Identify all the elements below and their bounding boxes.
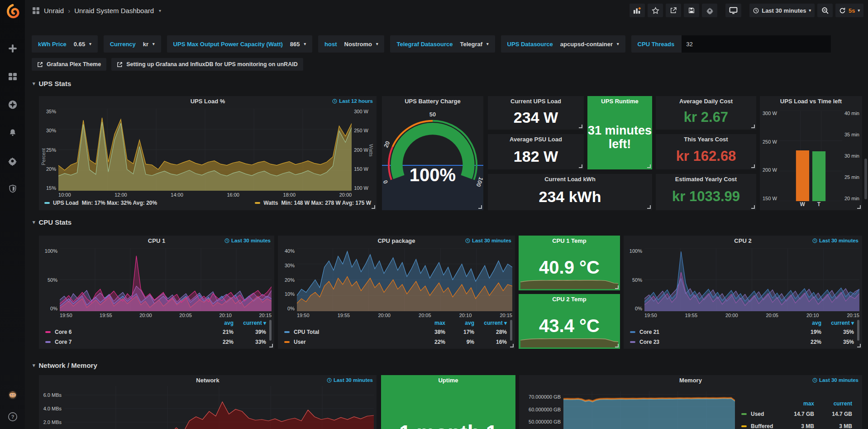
refresh-interval-label[interactable]: 5s (849, 7, 855, 14)
legend-series[interactable]: Used (741, 411, 780, 417)
legend-scrollbar[interactable] (269, 320, 272, 341)
legend-series-stats: Min: 148 W Max: 278 W Avg: 175 W (281, 200, 372, 206)
legend-series[interactable]: User (284, 339, 413, 345)
explore-compass-icon[interactable] (8, 100, 18, 110)
page-title[interactable]: Unraid System Dashboard (74, 7, 154, 14)
row-header-network-memory[interactable]: ▾ Network / Memory (33, 362, 97, 369)
share-dashboard-button[interactable] (666, 4, 681, 17)
variable-cpu-threads: CPU Threads (631, 35, 831, 53)
panel-time-override[interactable]: Last 30 minutes (327, 377, 373, 383)
time-range-picker[interactable]: Last 30 minutes ▾ (749, 4, 815, 17)
row-header-ups-stats[interactable]: ▾ UPS Stats (33, 80, 71, 87)
panel-title[interactable]: UPS Load % (39, 96, 377, 107)
legend-header-current[interactable]: current ▾ (234, 320, 266, 326)
create-plus-icon[interactable] (8, 43, 18, 53)
save-dashboard-button[interactable] (684, 4, 699, 17)
legend-series[interactable]: Core 23 (630, 339, 792, 345)
dashboard-settings-button[interactable] (702, 4, 717, 17)
panel-title[interactable]: UPS Runtime (587, 96, 652, 107)
legend-series-name: UPS Load (53, 200, 79, 206)
stat-value: 1 month 1 (381, 420, 515, 429)
variable-ups-datasource[interactable]: UPS Datasource apcupsd-container ▾ (501, 35, 625, 53)
legend-header-max[interactable]: max (413, 320, 445, 326)
external-link-icon (37, 62, 43, 67)
help-icon[interactable]: ? (8, 412, 18, 422)
server-admin-shield-icon[interactable] (8, 184, 18, 194)
cpu1-graph[interactable] (60, 248, 272, 311)
cpu-threads-input[interactable] (682, 35, 831, 53)
panel-title[interactable]: UPS Battery Charge (382, 96, 483, 107)
panel-title[interactable]: CPU 1 Temp (519, 236, 620, 246)
zoom-out-time-button[interactable] (817, 4, 833, 17)
legend-entry-watts[interactable]: Watts Min: 148 W Max: 278 W Avg: 175 W (255, 200, 371, 206)
link-grafana-plex-theme[interactable]: Grafana Plex Theme (32, 58, 106, 71)
panel-time-override[interactable]: Last 30 minutes (812, 238, 858, 243)
variable-telegraf-datasource[interactable]: Telegraf Datasource Telegraf ▾ (390, 35, 495, 53)
legend-series[interactable]: CPU Total (284, 329, 413, 335)
user-avatar[interactable] (8, 390, 18, 400)
ups-bar-chart[interactable] (779, 111, 842, 201)
panel-title[interactable]: Average PSU Load (488, 134, 584, 145)
clock-icon (224, 238, 229, 243)
variable-ups-max-output[interactable]: UPS Max Output Power Capacity (Watt) 865… (167, 35, 312, 53)
legend-series-stats: Min: 17% Max: 32% Avg: 20% (82, 200, 157, 206)
grafana-logo[interactable] (0, 0, 25, 23)
variable-kwh-price[interactable]: kWh Price 0.65 ▾ (32, 35, 98, 53)
variable-currency[interactable]: Currency kr ▾ (104, 35, 161, 53)
legend-max-value: 38% (413, 329, 445, 335)
legend-header-current[interactable]: current ▾ (821, 320, 854, 326)
cpu2-graph[interactable] (644, 248, 859, 311)
panel-title[interactable]: Current UPS Load (488, 96, 584, 107)
panel-title[interactable]: Average Daily Cost (656, 96, 756, 107)
legend-series[interactable]: Core 7 (45, 339, 205, 345)
legend-header-current[interactable]: current (814, 400, 852, 407)
cpu-package-graph[interactable] (297, 248, 512, 311)
ups-load-graph[interactable] (58, 109, 352, 191)
configuration-gear-icon[interactable] (8, 156, 18, 166)
add-panel-button[interactable] (630, 4, 645, 17)
legend-entry-ups-load[interactable]: UPS Load Min: 17% Max: 32% Avg: 20% (44, 200, 157, 206)
legend-series[interactable]: Core 6 (45, 329, 205, 335)
panel-time-override[interactable]: Last 30 minutes (224, 238, 271, 243)
panel-title[interactable]: Current Load kWh (488, 174, 652, 185)
legend-scrollbar[interactable] (857, 320, 859, 341)
legend-header-avg[interactable]: avg (205, 320, 234, 326)
legend-scrollbar[interactable] (510, 320, 512, 341)
panel-title[interactable]: Network (39, 375, 377, 386)
panel-time-override[interactable]: Last 30 minutes (812, 377, 858, 383)
legend-series[interactable]: Buffered (741, 423, 780, 429)
refresh-interval-caret-icon[interactable]: ▾ (858, 8, 860, 13)
legend-header-max[interactable]: max (780, 400, 814, 407)
legend-header-current[interactable]: current ▾ (474, 320, 507, 326)
dashboard-picker-caret-icon[interactable]: ▾ (159, 8, 161, 13)
panel-title[interactable]: Memory (519, 375, 862, 386)
legend-header-avg[interactable]: avg (792, 320, 821, 326)
alerting-bell-icon[interactable] (8, 128, 18, 138)
row-header-cpu-stats[interactable]: ▾ CPU Stats (33, 218, 72, 226)
panel-title[interactable]: CPU 2 Temp (519, 294, 620, 305)
panel-time-override[interactable]: Last 12 hours (332, 98, 373, 104)
legend-header-avg[interactable]: avg (445, 320, 474, 326)
legend-series[interactable]: Core 21 (630, 329, 792, 335)
page-scrollbar[interactable] (864, 159, 867, 199)
dashboards-icon[interactable] (8, 72, 18, 82)
panel-title[interactable]: Uptime (381, 375, 515, 386)
panel-title[interactable]: UPS Load vs Time left (760, 96, 862, 107)
clock-icon (812, 378, 817, 383)
svg-text:50: 50 (429, 111, 436, 118)
panel-title[interactable]: Estimated Yearly Cost (656, 174, 756, 185)
link-ups-monitoring-guide[interactable]: Setting up Grafana and InfluxDB for UPS … (111, 58, 303, 71)
cycle-view-mode-button[interactable] (725, 4, 741, 17)
star-dashboard-button[interactable] (648, 4, 663, 17)
bar-category-labels: W T (779, 201, 842, 210)
variable-host[interactable]: host Nostromo ▾ (318, 35, 384, 53)
breadcrumb-folder[interactable]: Unraid (44, 7, 64, 14)
refresh-button[interactable]: 5s ▾ (835, 4, 863, 17)
apps-grid-icon[interactable] (32, 7, 40, 14)
network-graph[interactable] (64, 386, 374, 429)
panel-time-override[interactable]: Last 30 minutes (465, 238, 511, 243)
variable-value: apcupsd-container (560, 41, 613, 48)
panel-title[interactable]: This Years Cost (656, 134, 756, 145)
y-axis-right: 40 min35 min30 min25 min20 min (842, 111, 859, 210)
memory-graph[interactable] (563, 391, 735, 429)
